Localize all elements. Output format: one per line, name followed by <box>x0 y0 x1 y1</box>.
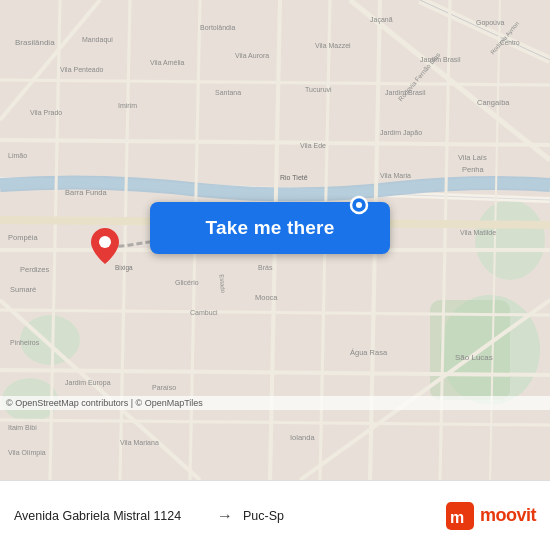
svg-text:Brasilândia: Brasilândia <box>15 38 55 47</box>
svg-text:Vila Matilde: Vila Matilde <box>460 229 496 236</box>
svg-text:Vila Penteado: Vila Penteado <box>60 66 104 73</box>
svg-text:m: m <box>450 509 464 526</box>
svg-text:Gopoúva: Gopoúva <box>476 19 505 27</box>
svg-text:Vila Ede: Vila Ede <box>300 142 326 149</box>
svg-text:Jardim Europa: Jardim Europa <box>65 379 111 387</box>
moovit-text: moovit <box>480 505 536 526</box>
svg-text:Rio Tietê: Rio Tietê <box>280 174 308 181</box>
svg-text:Cangaíba: Cangaíba <box>477 98 510 107</box>
attribution-text: © OpenStreetMap contributors | © OpenMap… <box>6 398 203 408</box>
svg-text:Jardim Japão: Jardim Japão <box>380 129 422 137</box>
svg-point-2 <box>475 200 545 280</box>
svg-point-79 <box>356 202 362 208</box>
svg-text:Iolanda: Iolanda <box>290 433 315 442</box>
svg-text:Vila Amélia: Vila Amélia <box>150 59 185 66</box>
from-address: Avenida Gabriela Mistral 1124 <box>14 509 207 523</box>
attribution-bar: © OpenStreetMap contributors | © OpenMap… <box>0 396 550 410</box>
moovit-icon: m <box>446 502 474 530</box>
svg-text:Jaçanã: Jaçanã <box>370 16 393 24</box>
svg-text:Pinheiros: Pinheiros <box>10 339 40 346</box>
svg-text:Itaim Bibi: Itaim Bibi <box>8 424 37 431</box>
svg-text:Pompéia: Pompéia <box>8 233 38 242</box>
svg-text:Barra Funda: Barra Funda <box>65 188 108 197</box>
svg-text:Vila Aurora: Vila Aurora <box>235 52 269 59</box>
svg-text:Perdizes: Perdizes <box>20 265 49 274</box>
arrow-icon: → <box>217 507 233 525</box>
to-address: Puc-Sp <box>243 509 436 523</box>
svg-text:São Lucas: São Lucas <box>455 353 493 362</box>
svg-text:Paraíso: Paraíso <box>152 384 176 391</box>
svg-point-80 <box>99 236 111 248</box>
svg-text:Imirim: Imirim <box>118 102 137 109</box>
svg-text:Mooca: Mooca <box>255 293 278 302</box>
origin-marker <box>349 195 369 219</box>
bottom-bar: Avenida Gabriela Mistral 1124 → Puc-Sp m… <box>0 480 550 550</box>
svg-text:Bortolândia: Bortolândia <box>200 24 236 31</box>
svg-text:Vila Olímpia: Vila Olímpia <box>8 449 46 457</box>
svg-text:Mandaqui: Mandaqui <box>82 36 113 44</box>
svg-text:Santana: Santana <box>215 89 241 96</box>
map-container: Brasilândia Mandaqui Bortolândia Jaçanã … <box>0 0 550 480</box>
svg-text:Vila Prado: Vila Prado <box>30 109 62 116</box>
svg-text:Vila Laís: Vila Laís <box>458 153 487 162</box>
destination-marker <box>91 228 119 268</box>
svg-text:Penha: Penha <box>462 165 485 174</box>
moovit-logo: m moovit <box>446 502 536 530</box>
svg-text:Vila Mariana: Vila Mariana <box>120 439 159 446</box>
svg-text:Vila Mazzei: Vila Mazzei <box>315 42 351 49</box>
svg-text:Brás: Brás <box>258 264 273 271</box>
svg-text:Água Rasa: Água Rasa <box>350 348 388 357</box>
svg-text:Cambuci: Cambuci <box>190 309 218 316</box>
svg-text:Sumaré: Sumaré <box>10 285 36 294</box>
svg-text:Glicério: Glicério <box>175 279 199 286</box>
svg-text:Limão: Limão <box>8 152 27 159</box>
svg-text:Tucuruvi: Tucuruvi <box>305 86 332 93</box>
take-me-there-label: Take me there <box>206 217 335 239</box>
svg-text:Vila Maria: Vila Maria <box>380 172 411 179</box>
